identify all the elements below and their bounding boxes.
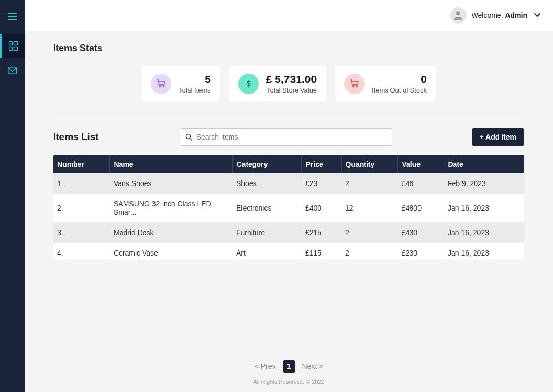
svg-rect-3	[9, 42, 12, 45]
svg-point-11	[352, 86, 354, 87]
th-quantity[interactable]: Quantity	[341, 155, 397, 173]
user-name: Admin	[505, 11, 527, 19]
cell-price: £215	[301, 222, 341, 243]
cell-price: £115	[301, 243, 341, 259]
table-row[interactable]: 4. Ceramic Vase Art £115 2 £230 Jan 16, …	[53, 243, 524, 259]
cell-category: Shoes	[232, 173, 301, 194]
cell-quantity: 2	[341, 222, 397, 243]
sidebar-menu-toggle[interactable]	[0, 4, 25, 29]
stat-label: Total Store Value	[266, 86, 317, 94]
chevron-down-icon	[534, 13, 541, 18]
cell-category: Electronics	[232, 194, 301, 222]
th-price[interactable]: Price	[301, 155, 341, 173]
search-wrap	[180, 128, 392, 146]
stat-body: 0 Items Out of Stock	[372, 73, 427, 94]
table-body: 1. Vans Shoes Shoes £23 2 £46 Feb 9, 202…	[53, 173, 524, 259]
stat-icon-wrap	[238, 74, 259, 94]
cell-quantity: 12	[341, 194, 397, 222]
main-region: Welcome, Admin Items Stats 5	[25, 0, 553, 392]
svg-line-14	[190, 139, 192, 140]
cell-quantity: 2	[341, 243, 397, 259]
stat-value: £ 5,731.00	[266, 73, 317, 85]
sidebar-item-dashboard[interactable]	[0, 34, 25, 58]
spacer	[53, 259, 524, 348]
svg-rect-5	[9, 47, 12, 51]
svg-point-8	[456, 11, 460, 15]
table-row[interactable]: 3. Madrid Desk Furniture £215 2 £430 Jan…	[53, 222, 524, 243]
th-date[interactable]: Date	[444, 155, 524, 173]
th-category[interactable]: Category	[232, 155, 301, 173]
table-row[interactable]: 1. Vans Shoes Shoes £23 2 £46 Feb 9, 202…	[53, 173, 524, 194]
topbar: Welcome, Admin	[25, 0, 553, 31]
cell-number: 2.	[53, 194, 109, 222]
stats-row: 5 Total Items £ 5,731.00 Total Store Val…	[53, 66, 524, 116]
avatar	[450, 7, 467, 24]
stat-body: £ 5,731.00 Total Store Value	[266, 73, 317, 94]
add-item-button[interactable]: + Add Item	[472, 128, 524, 146]
cell-number: 3.	[53, 222, 109, 243]
items-table: Number Name Category Price Quantity Valu…	[53, 155, 524, 259]
svg-rect-0	[8, 13, 17, 14]
search-icon	[185, 133, 192, 141]
user-icon	[453, 10, 464, 21]
sidebar-item-mail[interactable]	[0, 58, 25, 83]
svg-point-9	[159, 86, 161, 87]
pagination: < Prev 1 Next >	[53, 348, 524, 379]
envelope-icon	[8, 67, 17, 74]
cell-date: Jan 16, 2023	[444, 222, 524, 243]
stat-label: Items Out of Stock	[372, 86, 427, 94]
svg-rect-7	[8, 67, 17, 74]
user-menu[interactable]: Welcome, Admin	[450, 7, 541, 24]
cell-category: Furniture	[232, 222, 301, 243]
svg-rect-4	[14, 42, 17, 45]
stat-card-out-of-stock: 0 Items Out of Stock	[335, 66, 436, 101]
next-button[interactable]: Next >	[302, 362, 323, 371]
stat-icon-wrap	[151, 74, 171, 94]
th-name[interactable]: Name	[109, 155, 232, 173]
table-row[interactable]: 2. SAMSUNG 32-inch Class LED Smar... Ele…	[53, 194, 524, 222]
cell-price: £400	[301, 194, 341, 222]
svg-point-12	[356, 86, 358, 87]
stat-body: 5 Total Items	[179, 73, 211, 94]
stats-title: Items Stats	[53, 43, 524, 54]
page-number[interactable]: 1	[283, 360, 295, 373]
cell-price: £23	[301, 173, 341, 194]
cell-value: £230	[397, 243, 444, 259]
table-container: Number Name Category Price Quantity Valu…	[53, 155, 524, 259]
content: Items Stats 5 Total Items	[25, 31, 553, 392]
cell-value: £4800	[397, 194, 444, 222]
stat-label: Total Items	[179, 86, 211, 94]
cell-date: Feb 9, 2023	[444, 173, 524, 194]
stat-value: 5	[179, 73, 211, 85]
cell-name: Madrid Desk	[109, 222, 232, 243]
cell-category: Art	[232, 243, 301, 259]
list-header: Items List + Add Item	[53, 128, 524, 146]
svg-point-13	[186, 134, 190, 139]
cell-value: £46	[397, 173, 444, 194]
footer-text: All Rights Reserved. © 2022	[53, 379, 524, 392]
cell-name: Vans Shoes	[109, 173, 232, 194]
th-number[interactable]: Number	[53, 155, 109, 173]
prev-button[interactable]: < Prev	[255, 362, 276, 371]
svg-rect-6	[14, 47, 17, 51]
stat-card-total-items: 5 Total Items	[142, 66, 220, 101]
grid-icon	[9, 41, 18, 51]
table-header: Number Name Category Price Quantity Valu…	[53, 155, 524, 173]
svg-rect-2	[8, 19, 17, 20]
list-title: Items List	[53, 131, 99, 143]
cell-quantity: 2	[341, 173, 397, 194]
hamburger-icon	[8, 13, 17, 20]
cell-name: Ceramic Vase	[109, 243, 232, 259]
cell-number: 4.	[53, 243, 109, 259]
cart-icon	[157, 79, 166, 88]
cell-number: 1.	[53, 173, 109, 194]
cell-date: Jan 16, 2023	[444, 194, 524, 222]
th-value[interactable]: Value	[397, 155, 444, 173]
dollar-icon	[244, 79, 253, 88]
stat-value: 0	[372, 73, 427, 85]
search-input[interactable]	[192, 129, 387, 145]
cell-date: Jan 16, 2023	[444, 243, 524, 259]
stat-card-total-value: £ 5,731.00 Total Store Value	[229, 66, 326, 101]
stat-icon-wrap	[344, 74, 365, 94]
svg-rect-1	[8, 16, 17, 17]
